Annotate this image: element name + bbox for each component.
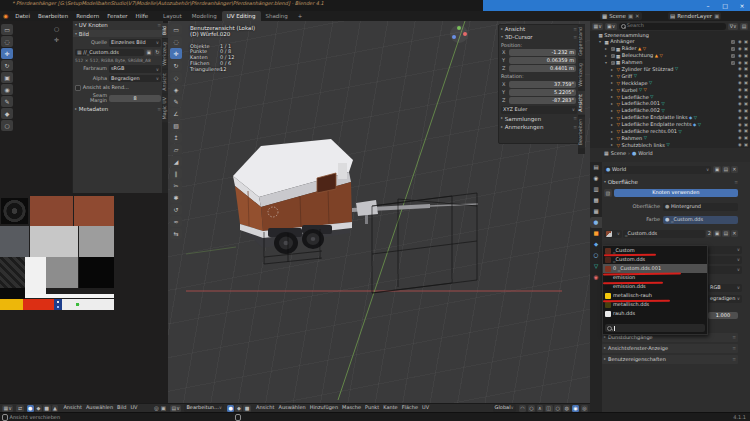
uv-header-menu[interactable]: Bild bbox=[115, 405, 128, 411]
hide-eye-icon[interactable]: ◉ bbox=[738, 102, 742, 107]
item-label[interactable]: Anhänger bbox=[610, 39, 634, 45]
collection-checkbox[interactable]: ✓ bbox=[611, 47, 615, 51]
mesh-select-mode-button[interactable]: ■ bbox=[243, 405, 251, 412]
scene-buttons[interactable]: ▣ ✕ bbox=[628, 13, 640, 19]
hide-eye-icon[interactable]: ◉ bbox=[738, 109, 742, 114]
workspace-tab[interactable]: UV Editing bbox=[222, 11, 261, 21]
viewport-header-icon[interactable]: ∧ bbox=[537, 405, 544, 412]
view-layer-selector[interactable]: ▤ RenderLayer ▣ bbox=[668, 12, 721, 20]
outliner-row[interactable]: ▸ ✓ ▽ Ladefläche rechts.001 ▽ ✓ ◉ ▣ bbox=[590, 128, 750, 135]
unlink-image-button[interactable]: ✕ bbox=[731, 230, 738, 237]
viewport-tool-button[interactable]: ✛ bbox=[170, 48, 182, 59]
breadcrumb-scene[interactable]: Scene bbox=[611, 151, 626, 157]
disable-render-icon[interactable]: ▣ bbox=[744, 109, 748, 114]
image-name-field[interactable]: ▦ //_Custom.dds bbox=[75, 49, 144, 57]
uv-header-menu[interactable]: Ansicht bbox=[61, 405, 83, 411]
viewport-tool-button[interactable]: ↺ bbox=[170, 204, 182, 215]
menu-item[interactable]: Hilfe bbox=[132, 11, 153, 21]
use-nodes-button[interactable]: Knoten verwenden bbox=[614, 189, 738, 197]
viewport-tool-button[interactable]: ▧ bbox=[170, 120, 182, 131]
outliner-search-input[interactable]: Search bbox=[619, 23, 726, 30]
outliner-row[interactable]: ▸ ✓ ▽ Kurbel ▽ ▽ ✓ ◉ ▣ bbox=[590, 87, 750, 94]
exclude-checkbox[interactable]: ✓ bbox=[731, 54, 735, 58]
properties-tab[interactable]: ▤ bbox=[590, 162, 602, 173]
viewport-header-menu[interactable]: UV bbox=[420, 405, 431, 411]
viewport-sidebar-tab[interactable]: Gegenstand bbox=[578, 24, 585, 59]
viewport-tool-button[interactable]: ⇆ bbox=[170, 228, 182, 239]
disclosure-icon[interactable]: ▸ bbox=[611, 123, 615, 128]
viewport-display-panel[interactable]: ▸Ansichtsfenster-Anzeige≡ bbox=[602, 344, 738, 353]
editor-type-icon[interactable]: ▦∨ bbox=[2, 405, 13, 412]
quelle-dropdown[interactable]: Einzelnes Bild∨ bbox=[109, 39, 161, 47]
position-field[interactable]: -1.232 m bbox=[509, 49, 576, 56]
unlink-button[interactable]: ✕ bbox=[731, 166, 738, 173]
menu-item[interactable]: Rendern bbox=[72, 11, 103, 21]
disclosure-icon[interactable]: ▸ bbox=[611, 81, 615, 86]
zoom-gizmo-icon[interactable]: ○ bbox=[54, 26, 59, 33]
reload-image-icon[interactable]: ↻ bbox=[154, 49, 161, 56]
disclosure-icon[interactable]: ▸ bbox=[605, 47, 609, 52]
farbraum-dropdown[interactable]: sRGB∨ bbox=[109, 65, 161, 73]
uv-tool-button[interactable]: ◆ bbox=[1, 108, 13, 119]
viewport-tool-button[interactable]: ▱ bbox=[170, 144, 182, 155]
uv-header-icon[interactable]: ▣ bbox=[161, 405, 166, 411]
disable-render-icon[interactable]: ▣ bbox=[744, 136, 748, 141]
viewport-header-icon[interactable]: ◫ bbox=[545, 405, 553, 412]
viewport-tool-button[interactable]: ◈ bbox=[170, 84, 182, 95]
uv-select-mode-button[interactable]: ▲ bbox=[52, 405, 59, 412]
hide-eye-icon[interactable]: ◉ bbox=[738, 88, 742, 93]
metadaten-panel-header[interactable]: Metadaten bbox=[79, 106, 109, 112]
viewport-tool-button[interactable]: ≈ bbox=[170, 216, 182, 227]
gizmo-x-axis[interactable] bbox=[463, 32, 467, 36]
item-label[interactable]: Ladefläche.002 bbox=[621, 108, 659, 114]
dropdown-search-input[interactable] bbox=[605, 324, 705, 332]
orientation-dropdown[interactable]: Global∨ bbox=[493, 404, 516, 412]
outliner-row[interactable]: ▸ ✓ ▽ Griff ▽ ✓ ◉ ▣ bbox=[590, 73, 750, 80]
item-label[interactable]: Beleuchtung bbox=[622, 53, 654, 59]
clipped-row[interactable]: ∨ bbox=[708, 246, 742, 254]
viewport-header-icon[interactable]: ○ bbox=[554, 405, 561, 412]
rotation-field[interactable]: 37.759° bbox=[509, 81, 576, 88]
item-label[interactable]: Ladefläche rechts.001 bbox=[621, 129, 677, 135]
item-label[interactable]: Ladefläche bbox=[621, 95, 648, 101]
properties-tab[interactable]: ◆ bbox=[590, 239, 602, 250]
viewport-tool-button[interactable]: ✱ bbox=[170, 192, 182, 203]
clipped-strength-slider[interactable]: 1.000 bbox=[708, 312, 738, 319]
disable-render-icon[interactable]: ▣ bbox=[744, 74, 748, 79]
gizmo-z-axis[interactable] bbox=[452, 35, 456, 39]
disclosure-icon[interactable]: ▸ bbox=[611, 109, 615, 114]
outliner-row[interactable]: ▸ ✓ ▦ Räder ▲ ▽ ✓ ◉ ▣ bbox=[590, 46, 750, 53]
clipped-row[interactable]: ∨ bbox=[708, 266, 742, 274]
hide-eye-icon[interactable]: ◉ bbox=[738, 61, 742, 66]
viewport-header-menu[interactable]: Fläche bbox=[400, 405, 420, 411]
viewport-sidebar-tab[interactable]: Ansicht bbox=[578, 91, 585, 115]
viewport-header-icon[interactable]: ◍ bbox=[563, 405, 570, 412]
bild-panel-header[interactable]: Bild bbox=[79, 31, 89, 37]
collection-checkbox[interactable]: ✓ bbox=[611, 54, 615, 58]
collection-checkbox[interactable]: ✓ bbox=[611, 61, 615, 65]
outliner-display-mode-icon[interactable]: ▦∨ bbox=[592, 23, 603, 30]
uv-select-mode-button[interactable]: ◆ bbox=[35, 405, 42, 412]
disclosure-icon[interactable]: ▸ bbox=[611, 74, 615, 79]
item-label[interactable]: Ladefläche Endplatte links bbox=[621, 115, 687, 121]
surface-shader-dropdown[interactable]: ● Hintergrund bbox=[663, 203, 738, 211]
exclude-checkbox[interactable]: ✓ bbox=[731, 47, 735, 51]
gizmo-y-axis[interactable] bbox=[457, 26, 461, 30]
euler-dropdown[interactable]: XYZ Euler∨ bbox=[501, 106, 577, 114]
position-field[interactable]: 0.4401 m bbox=[509, 65, 576, 72]
collapsed-panel-header[interactable]: Sammlungen bbox=[505, 116, 541, 122]
image-name-field[interactable]: _Custom.dds bbox=[623, 230, 705, 238]
viewport-header-icon[interactable]: ◎ bbox=[581, 405, 588, 412]
uv-tool-button[interactable]: ◉ bbox=[1, 84, 13, 95]
menu-item[interactable]: Bearbeiten bbox=[34, 11, 72, 21]
blender-logo-icon[interactable]: ◉ bbox=[0, 13, 11, 20]
outliner-filter-icon[interactable]: ∇∨ bbox=[728, 23, 738, 30]
outliner-row[interactable]: ▸ ✓ ▽ Ladefläche.001 ▽ ✓ ◉ ▣ bbox=[590, 101, 750, 108]
hide-eye-icon[interactable]: ◉ bbox=[738, 129, 742, 134]
outliner-row[interactable]: ▸ ✓ ▽ Heckklape ▽ ✓ ◉ ▣ bbox=[590, 80, 750, 87]
minimize-button[interactable]: – bbox=[700, 0, 716, 11]
viewport-header-menu[interactable]: Auswählen bbox=[276, 405, 307, 411]
open-image-button[interactable]: ▤ bbox=[722, 230, 730, 237]
disable-render-icon[interactable]: ▣ bbox=[744, 116, 748, 121]
uv-tool-button[interactable]: ○ bbox=[1, 120, 13, 131]
